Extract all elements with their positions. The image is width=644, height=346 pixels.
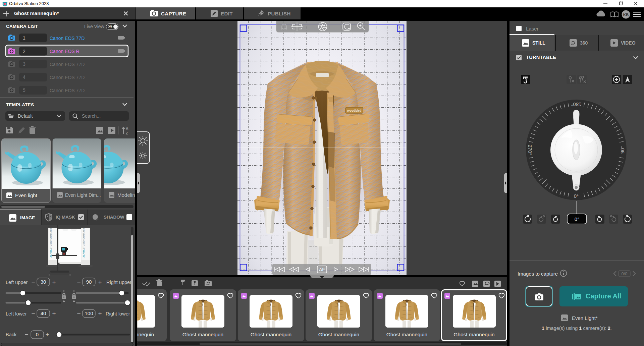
svg-text:+: + (52, 279, 56, 286)
svg-text:+: + (98, 310, 102, 317)
svg-text:+: + (98, 279, 102, 286)
svg-text:A: A (126, 126, 128, 130)
svg-text:0°: 0° (574, 193, 579, 199)
svg-text:KB: KB (623, 13, 629, 17)
svg-text:Canon EOS R: Canon EOS R (50, 49, 79, 54)
svg-text:ALPHASTUDIO COMPACT: ALPHASTUDIO COMPACT (50, 228, 52, 257)
svg-text:−: − (31, 279, 35, 286)
svg-text:270°: 270° (527, 145, 533, 155)
svg-text:Right lower: Right lower (106, 311, 130, 316)
svg-text:100: 100 (85, 310, 93, 316)
svg-text:0: 0 (36, 332, 39, 337)
svg-text:Left lower: Left lower (6, 311, 27, 316)
svg-text:0°: 0° (575, 216, 579, 222)
svg-text:2: 2 (23, 49, 25, 54)
svg-text:3: 3 (23, 61, 25, 67)
svg-text:90: 90 (86, 279, 92, 285)
svg-text:90°: 90° (620, 146, 625, 154)
svg-text:−: − (77, 279, 80, 286)
svg-text:−: − (77, 310, 80, 317)
svg-text:woodbird: woodbird (347, 109, 362, 112)
svg-text:Left upper: Left upper (6, 280, 28, 285)
svg-text:5: 5 (23, 88, 25, 93)
svg-text:+: + (52, 310, 56, 317)
svg-text:AF: AF (319, 267, 325, 272)
svg-text:Back: Back (6, 332, 17, 337)
svg-text:Z: Z (126, 131, 128, 135)
svg-text:−: − (31, 310, 35, 317)
svg-text:−: − (24, 331, 28, 338)
svg-text:4: 4 (23, 74, 25, 80)
svg-text:30: 30 (41, 279, 46, 285)
svg-text:Canon EOS 77D: Canon EOS 77D (50, 36, 85, 41)
svg-text:180°: 180° (571, 102, 581, 107)
svg-text:Canon EOS 77D: Canon EOS 77D (50, 62, 85, 67)
svg-text:Right upper: Right upper (106, 280, 131, 285)
svg-text:40: 40 (41, 310, 46, 316)
svg-text:Canon EOS 77D: Canon EOS 77D (50, 88, 85, 93)
svg-text:ALPHASTUDIO COMPACT: ALPHASTUDIO COMPACT (83, 228, 85, 257)
svg-text:Canon EOS 77D: Canon EOS 77D (50, 75, 85, 80)
svg-text:0/0: 0/0 (621, 271, 627, 276)
svg-text:1: 1 (23, 35, 25, 41)
svg-text:+: + (45, 331, 49, 338)
